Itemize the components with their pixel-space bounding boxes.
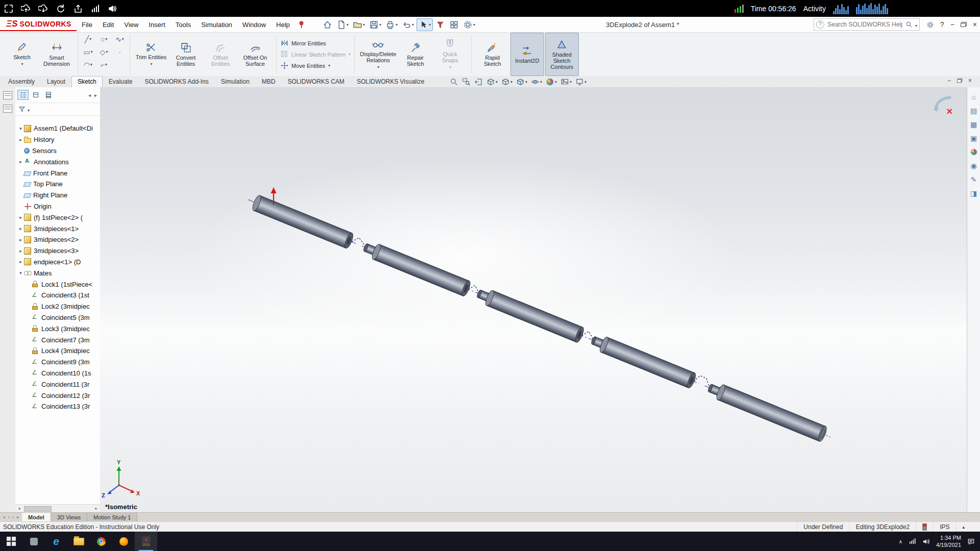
appearances-sphere-icon[interactable] [969,147,978,157]
previous-view-icon[interactable] [473,78,484,86]
tab-visualize[interactable]: SOLIDWORKS Visualize [351,76,431,87]
tray-expand-icon[interactable]: ∧ [899,539,902,544]
tree-item[interactable]: Coincident3 (1st [15,290,100,301]
settings-gear-icon[interactable] [461,19,477,31]
exploded-shaft-assembly[interactable] [245,192,834,444]
tree-item[interactable]: Sensors [15,145,100,157]
tabs-scroll-right-icon[interactable]: ▸ [93,92,98,98]
expand-icon[interactable] [17,226,24,231]
tree-item[interactable]: Lock3 (3midpiec [15,323,100,334]
cloud-upload-icon[interactable] [17,3,35,15]
menu-view[interactable]: View [119,19,143,31]
display-style-icon[interactable] [515,78,528,86]
rectangle-tool-icon[interactable]: ▭ [83,48,92,56]
tab-evaluate[interactable]: Evaluate [103,76,139,87]
tab-cam[interactable]: SOLIDWORKS CAM [282,76,351,87]
expand-icon[interactable] [17,248,24,254]
options-grid-icon[interactable] [448,19,460,31]
tree-item[interactable]: Coincident11 (3r [15,379,100,390]
file-explorer-icon[interactable]: ▦ [969,120,978,129]
menu-window[interactable]: Window [237,19,271,31]
cloud-download-icon[interactable] [35,3,52,15]
search-options-caret[interactable] [915,21,917,29]
minimize-icon[interactable]: − [950,20,954,29]
tree-item[interactable]: History [15,134,100,145]
motion-study-tab[interactable]: Motion Study 1 [87,513,137,522]
taskbar-app-file-explorer[interactable] [67,532,90,551]
close-icon[interactable]: × [973,20,977,29]
hide-show-items-icon[interactable] [530,78,543,86]
mirror-entities-button[interactable]: Mirror Entities [279,38,352,48]
tabs-scroll-left-icon[interactable]: ◂ [87,92,92,98]
share-icon[interactable] [69,3,87,15]
doc-restore-icon[interactable] [957,79,962,83]
tab-nav-arrows[interactable]: «‹›» [0,513,22,522]
edit-appearance-icon[interactable] [545,78,558,86]
statusbar-expand-icon[interactable]: ▴ [955,522,980,532]
tree-item[interactable]: Annotations [15,156,100,167]
arc-tool-icon[interactable]: ◠ [84,61,92,69]
menu-simulation[interactable]: Simulation [196,19,237,31]
repair-sketch-button[interactable]: Repair Sketch [399,33,432,76]
start-button[interactable] [0,532,22,551]
search-input[interactable] [826,20,903,29]
taskbar-app-firefox[interactable] [112,532,135,551]
tag-icon[interactable] [916,522,933,532]
filter-funnel-icon[interactable] [18,106,26,113]
selection-filter-icon[interactable] [434,19,447,31]
zoom-to-fit-icon[interactable] [449,78,459,86]
tree-item[interactable]: Coincident5 (3m [15,312,100,323]
zoom-to-area-icon[interactable] [461,78,472,86]
collapse-icon[interactable] [17,270,24,276]
spline-tool-icon[interactable]: ∿ [115,35,124,43]
expand-icon[interactable] [17,137,24,142]
mid-piece-2[interactable] [475,286,585,343]
network-icon[interactable] [909,538,916,545]
help-search-box[interactable]: ? [814,18,920,31]
scroll-left-icon[interactable]: ◂ [15,506,23,511]
pin-menu-icon[interactable] [295,19,308,31]
action-center-icon[interactable] [967,538,975,545]
tree-item[interactable]: endpiece<1> (D [15,257,100,268]
print-icon[interactable] [384,19,399,31]
instant2d-button[interactable]: Instant2D [510,33,544,76]
taskbar-app-chrome[interactable] [90,532,112,551]
circle-tool-icon[interactable]: ○ [101,35,107,43]
scroll-right-icon[interactable]: ▸ [92,506,100,511]
tree-item[interactable]: Coincident10 (1s [15,368,100,379]
menu-help[interactable]: Help [271,19,295,31]
convert-entities-button[interactable]: Convert Entities [169,33,203,76]
cancel-sketch-icon[interactable]: ✕ [946,108,953,116]
first-piece[interactable] [251,194,355,249]
stats-icon[interactable] [87,3,104,15]
view-orientation-icon[interactable] [500,78,513,86]
open-icon[interactable] [351,19,366,31]
graphics-viewport[interactable]: .body{fill:url(#cyl);stroke:#2e3340;stro… [100,87,967,512]
select-cursor-icon[interactable] [416,18,433,31]
point-tool-icon[interactable]: · [118,48,121,56]
scrollbar-thumb[interactable] [24,506,52,512]
tree-item[interactable]: Coincident12 (3r [15,390,100,401]
taskbar-app-generic[interactable] [22,532,45,551]
tree-item[interactable]: Lock4 (3midpiec [15,345,100,357]
move-entities-button[interactable]: Move Entities [279,60,352,71]
restart-icon[interactable] [52,3,69,15]
polygon-tool-icon[interactable]: ◇ [100,48,108,56]
doc-close-icon[interactable]: × [968,77,972,84]
propertymanager-tab[interactable] [30,90,41,100]
help-icon[interactable]: ? [940,20,944,29]
home-icon[interactable] [321,19,334,31]
undo-icon[interactable] [400,19,415,31]
tree-item[interactable]: Coincident13 (3r [15,401,100,412]
design-library-icon[interactable]: ▤ [969,106,978,115]
units-selector[interactable]: IPS [933,522,955,532]
menu-tools[interactable]: Tools [170,19,196,31]
fillet-tool-icon[interactable]: ⌐ [101,61,107,69]
end-piece[interactable] [706,380,828,442]
tree-item[interactable]: Lock1 (1stPiece< [15,279,100,290]
tree-item[interactable]: Coincident9 (3m [15,357,100,368]
tree-item[interactable]: 3midpieces<2> [15,234,100,245]
custom-properties-icon[interactable]: ✎ [969,175,978,184]
search-icon[interactable] [905,21,913,28]
mid-piece-1[interactable] [361,239,472,297]
